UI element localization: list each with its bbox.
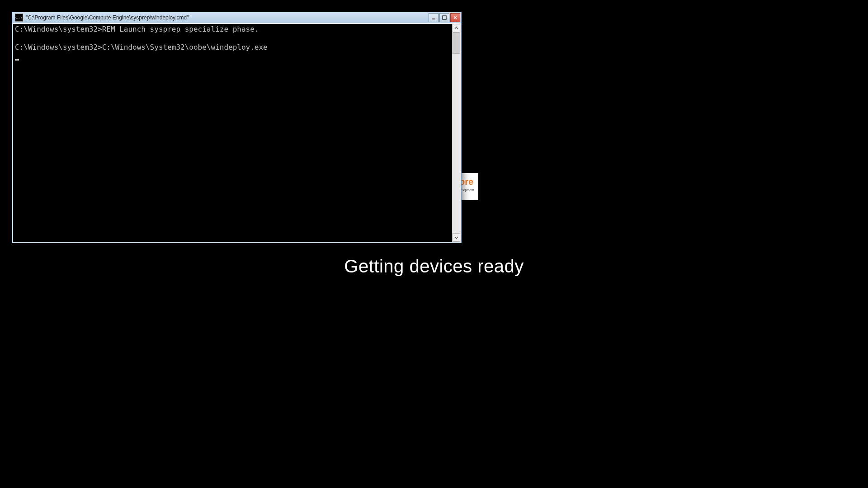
close-icon: [453, 15, 458, 20]
oobe-status-text: Getting devices ready: [344, 256, 524, 277]
maximize-button[interactable]: [439, 13, 449, 22]
background-logo-subtext: velopment: [461, 188, 474, 192]
text-cursor: [15, 59, 19, 61]
minimize-button[interactable]: [429, 13, 439, 22]
console-line: C:\Windows\system32>C:\Windows\System32\…: [15, 43, 268, 52]
chevron-down-icon: [454, 235, 458, 239]
close-button[interactable]: [450, 13, 460, 22]
scroll-track[interactable]: [453, 33, 460, 233]
minimize-icon: [431, 15, 436, 20]
svg-rect-0: [432, 19, 435, 19]
maximize-icon: [442, 15, 447, 20]
chevron-up-icon: [454, 26, 458, 30]
cmd-system-icon[interactable]: C:\: [15, 14, 23, 22]
window-controls: [429, 12, 461, 23]
titlebar[interactable]: C:\ "C:\Program Files\Google\Compute Eng…: [12, 12, 461, 23]
console-line: C:\Windows\system32>REM Launch sysprep s…: [15, 25, 259, 33]
background-logo-text: ore: [461, 177, 473, 187]
scroll-down-button[interactable]: [453, 233, 460, 242]
svg-rect-1: [443, 16, 446, 19]
scroll-thumb[interactable]: [453, 33, 460, 54]
window-client-area: C:\Windows\system32>REM Launch sysprep s…: [12, 23, 461, 243]
command-prompt-window[interactable]: C:\ "C:\Program Files\Google\Compute Eng…: [12, 12, 462, 243]
vertical-scrollbar[interactable]: [452, 24, 460, 242]
scroll-up-button[interactable]: [453, 24, 460, 33]
console-output[interactable]: C:\Windows\system32>REM Launch sysprep s…: [13, 24, 452, 242]
background-window-fragment: ore velopment: [461, 173, 478, 200]
window-title: "C:\Program Files\Google\Compute Engine\…: [26, 14, 429, 21]
